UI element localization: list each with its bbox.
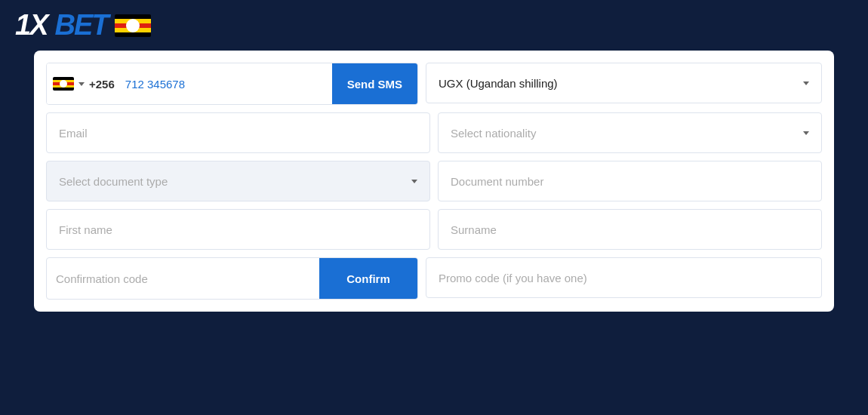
confirm-button[interactable]: Confirm bbox=[319, 258, 417, 299]
phone-field-group: +256 712 345678 Send SMS bbox=[46, 63, 418, 105]
document-type-placeholder: Select document type bbox=[59, 175, 168, 188]
row-doc-type-number: Select document type bbox=[46, 161, 822, 201]
registration-form: +256 712 345678 Send SMS UGX (Ugandan sh… bbox=[34, 51, 834, 312]
header: 1XBET bbox=[0, 0, 868, 51]
row-confirmation-promo: Confirm bbox=[46, 257, 822, 300]
currency-chevron-icon bbox=[803, 81, 809, 85]
document-number-input[interactable] bbox=[438, 161, 822, 201]
currency-label: UGX (Ugandan shilling) bbox=[439, 77, 558, 90]
send-sms-button[interactable]: Send SMS bbox=[332, 63, 417, 104]
row-phone-currency: +256 712 345678 Send SMS UGX (Ugandan sh… bbox=[46, 63, 822, 105]
currency-selector[interactable]: UGX (Ugandan shilling) bbox=[426, 63, 822, 103]
first-name-input[interactable] bbox=[46, 209, 430, 250]
document-type-chevron-icon bbox=[411, 180, 417, 183]
confirmation-code-input[interactable] bbox=[47, 258, 319, 299]
phone-prefix: +256 bbox=[88, 78, 116, 91]
promo-code-input[interactable] bbox=[426, 257, 822, 298]
phone-flag-icon bbox=[53, 77, 74, 91]
logo-1x: 1X bbox=[15, 9, 47, 42]
document-type-selector[interactable]: Select document type bbox=[46, 161, 430, 201]
nationality-chevron-icon bbox=[803, 131, 809, 135]
confirmation-code-group: Confirm bbox=[46, 257, 418, 300]
logo-bet: BET bbox=[54, 9, 107, 42]
surname-input[interactable] bbox=[438, 209, 822, 250]
nationality-selector[interactable]: Select nationality bbox=[438, 112, 822, 153]
nationality-placeholder: Select nationality bbox=[451, 127, 536, 140]
row-email-nationality: Select nationality bbox=[46, 112, 822, 153]
email-input[interactable] bbox=[46, 112, 430, 153]
row-name bbox=[46, 209, 822, 250]
phone-number-display: 712 345678 bbox=[122, 63, 185, 104]
header-flag-icon bbox=[115, 14, 151, 37]
phone-country-selector[interactable]: +256 bbox=[47, 63, 122, 104]
phone-country-chevron-icon bbox=[78, 82, 85, 86]
